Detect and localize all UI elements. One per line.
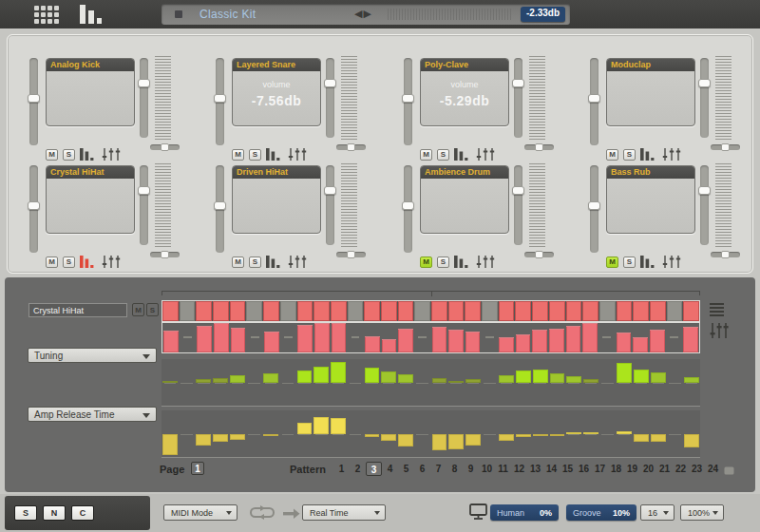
step-cell[interactable] — [633, 301, 649, 321]
step-cell[interactable] — [582, 301, 598, 321]
drum-pad-surface[interactable] — [607, 179, 694, 234]
pattern-number[interactable]: 21 — [656, 462, 673, 476]
velocity-cell[interactable] — [314, 323, 331, 352]
pattern-number[interactable]: 1 — [333, 462, 350, 476]
velocity-cell[interactable] — [280, 323, 297, 352]
pad-pitch-slider[interactable] — [326, 165, 334, 245]
band-bar[interactable] — [566, 432, 581, 434]
time-mode-dropdown[interactable]: Real Time — [302, 504, 386, 521]
pad-pitch-slider-handle[interactable] — [698, 79, 711, 87]
sequencer-mute-button[interactable]: M — [132, 303, 144, 316]
note-mode-button[interactable]: N — [43, 505, 66, 521]
velocity-cell[interactable] — [666, 323, 683, 352]
pattern-number[interactable]: 2 — [350, 462, 366, 476]
band-bar[interactable] — [432, 434, 447, 450]
tuning-cell[interactable] — [667, 359, 684, 406]
amp-release-cell[interactable] — [313, 410, 330, 457]
step-cell[interactable] — [431, 301, 447, 321]
velocity-cell[interactable] — [246, 323, 263, 352]
pad-pitch-slider-handle[interactable] — [324, 79, 336, 87]
master-volume-slider[interactable] — [388, 9, 511, 20]
band-bar[interactable] — [162, 434, 178, 455]
band-bar[interactable] — [533, 434, 548, 436]
step-cell[interactable] — [230, 301, 246, 321]
velocity-bar[interactable] — [214, 323, 229, 352]
velocity-bar[interactable] — [448, 330, 464, 352]
tuning-cell[interactable] — [616, 359, 633, 406]
pad-solo-button[interactable]: S — [63, 149, 75, 161]
step-cell[interactable] — [180, 301, 196, 321]
amp-release-cell[interactable] — [195, 410, 212, 457]
tuning-cell[interactable] — [599, 359, 617, 406]
pan-slider-handle[interactable] — [161, 143, 169, 151]
pad-mute-button[interactable]: M — [232, 149, 244, 161]
velocity-cell[interactable] — [381, 323, 398, 352]
band-bar[interactable] — [533, 370, 548, 383]
band-bar[interactable] — [684, 377, 699, 383]
pattern-number[interactable]: 12 — [511, 462, 527, 476]
amp-release-cell[interactable] — [279, 410, 296, 457]
velocity-cell[interactable] — [263, 323, 280, 352]
pad-grid-view-icon[interactable] — [34, 6, 60, 24]
song-mode-button[interactable]: S — [14, 505, 37, 521]
step-cell[interactable] — [280, 301, 296, 321]
tuning-cell[interactable] — [179, 359, 196, 406]
step-cell[interactable] — [532, 301, 548, 321]
band-bar[interactable] — [263, 434, 278, 436]
pad-meter-icon[interactable] — [80, 148, 97, 161]
velocity-cell[interactable] — [447, 323, 465, 352]
band-bar[interactable] — [499, 434, 514, 441]
tuning-cell[interactable] — [482, 359, 499, 406]
velocity-cell[interactable] — [162, 323, 180, 352]
velocity-bar[interactable] — [297, 325, 313, 352]
drum-pad-surface[interactable] — [47, 71, 134, 126]
kit-name[interactable]: Classic Kit — [200, 8, 256, 21]
band-bar[interactable] — [651, 372, 666, 383]
tuning-cell[interactable] — [380, 359, 397, 406]
pad-mute-button[interactable]: M — [606, 256, 618, 268]
amp-release-cell[interactable] — [498, 410, 515, 457]
amp-release-cell[interactable] — [364, 410, 381, 457]
drum-pad-surface[interactable] — [421, 179, 508, 234]
amp-release-cell[interactable] — [397, 410, 414, 457]
velocity-bar[interactable] — [466, 332, 481, 352]
step-cell[interactable] — [599, 301, 616, 321]
velocity-cell[interactable] — [649, 323, 666, 352]
amp-release-cell[interactable] — [650, 410, 667, 457]
pad-mute-button[interactable]: M — [420, 256, 432, 268]
step-cell[interactable] — [398, 301, 414, 321]
amp-release-cell[interactable] — [532, 410, 549, 457]
pattern-number[interactable]: 14 — [543, 462, 560, 476]
amp-release-cell[interactable] — [229, 410, 246, 457]
step-cell[interactable] — [246, 301, 262, 321]
velocity-bar[interactable] — [332, 323, 347, 352]
pad-pitch-slider[interactable] — [140, 165, 148, 245]
velocity-bar[interactable] — [683, 327, 698, 352]
pad-faders-icon[interactable] — [476, 256, 495, 268]
step-cell[interactable] — [448, 301, 465, 321]
velocity-bar[interactable] — [617, 332, 632, 352]
pad-solo-button[interactable]: S — [623, 149, 636, 161]
velocity-bar[interactable] — [650, 330, 665, 352]
velocity-bar[interactable] — [432, 327, 447, 352]
pad-solo-button[interactable]: S — [63, 256, 75, 268]
lock-icon[interactable] — [723, 461, 735, 477]
velocity-cell[interactable] — [565, 323, 582, 352]
tuning-cell[interactable] — [195, 359, 212, 406]
amp-release-cell[interactable] — [262, 410, 279, 457]
tuning-cell[interactable] — [246, 359, 263, 406]
pad-pitch-slider-handle[interactable] — [512, 186, 524, 195]
velocity-bar[interactable] — [365, 336, 380, 352]
pad-faders-icon[interactable] — [102, 256, 121, 268]
pan-slider-handle[interactable] — [535, 143, 543, 151]
step-cell[interactable] — [667, 301, 683, 321]
band-bar[interactable] — [448, 381, 464, 383]
pattern-number[interactable]: 15 — [560, 462, 576, 476]
tuning-cell[interactable] — [515, 359, 532, 406]
band-bar[interactable] — [448, 434, 464, 449]
step-cell[interactable] — [465, 301, 481, 321]
amp-release-cell[interactable] — [482, 410, 499, 457]
drum-pad[interactable]: Moduclap — [606, 58, 695, 126]
tuning-cell[interactable] — [582, 359, 599, 406]
pattern-number[interactable]: 8 — [446, 462, 463, 476]
